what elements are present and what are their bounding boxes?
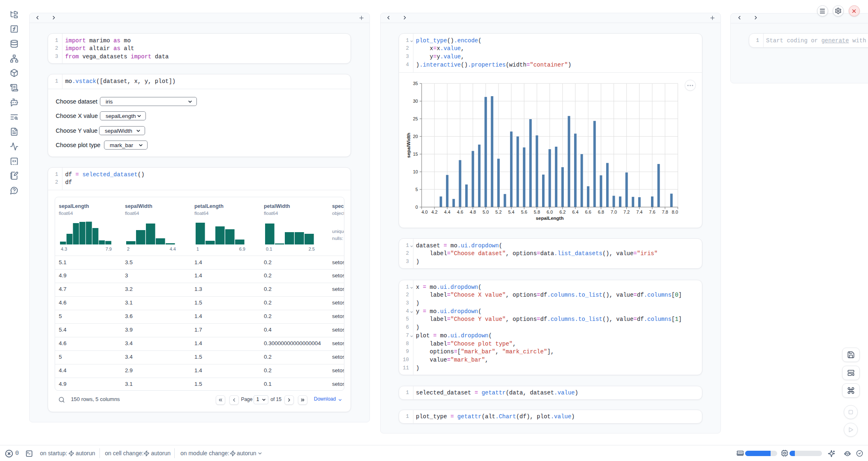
svg-text:7.0: 7.0 (611, 210, 617, 214)
svg-text:7.6: 7.6 (649, 210, 655, 214)
svg-text:4.0: 4.0 (421, 210, 427, 214)
svg-text:5.0: 5.0 (482, 210, 489, 214)
svg-text:20: 20 (413, 134, 418, 139)
svg-text:4.4: 4.4 (444, 210, 450, 214)
svg-text:4.6: 4.6 (457, 210, 463, 214)
svg-text:10: 10 (413, 169, 418, 174)
svg-text:6.8: 6.8 (598, 210, 604, 214)
svg-text:5: 5 (416, 187, 418, 192)
svg-text:7.2: 7.2 (623, 210, 630, 214)
svg-text:sepalLength: sepalLength (536, 216, 564, 221)
svg-text:35: 35 (413, 81, 418, 86)
svg-text:5.8: 5.8 (534, 210, 540, 214)
svg-text:7.8: 7.8 (662, 210, 668, 214)
svg-text:6.6: 6.6 (585, 210, 591, 214)
svg-text:5.6: 5.6 (521, 210, 527, 214)
svg-text:4.2: 4.2 (431, 210, 437, 214)
svg-text:30: 30 (413, 99, 418, 104)
svg-text:25: 25 (413, 116, 418, 121)
svg-text:6.2: 6.2 (559, 210, 566, 214)
svg-text:6.4: 6.4 (572, 210, 578, 214)
svg-text:6.0: 6.0 (547, 210, 553, 214)
svg-text:5.4: 5.4 (508, 210, 514, 214)
svg-text:4.8: 4.8 (470, 210, 476, 214)
svg-text:15: 15 (413, 152, 418, 157)
svg-text:7.4: 7.4 (636, 210, 642, 214)
svg-text:8.0: 8.0 (672, 210, 678, 214)
svg-text:0: 0 (416, 205, 418, 210)
svg-text:sepalWidth: sepalWidth (406, 133, 411, 158)
svg-text:5.2: 5.2 (495, 210, 501, 214)
